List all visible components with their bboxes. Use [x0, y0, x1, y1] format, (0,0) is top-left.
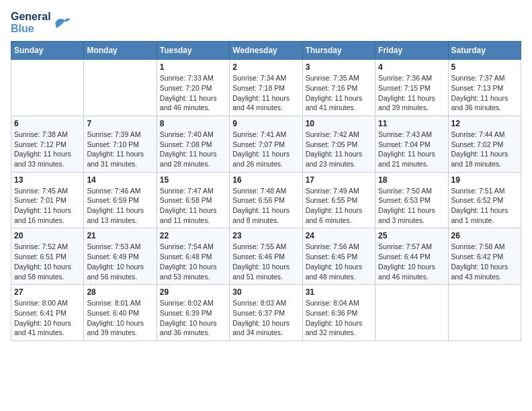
calendar-cell: 24Sunrise: 7:56 AM Sunset: 6:45 PM Dayli… [302, 228, 375, 285]
calendar-cell [375, 285, 448, 341]
day-info: Sunrise: 7:46 AM Sunset: 6:59 PM Dayligh… [87, 186, 153, 226]
calendar-week-row: 13Sunrise: 7:45 AM Sunset: 7:01 PM Dayli… [11, 172, 521, 228]
calendar-cell: 1Sunrise: 7:33 AM Sunset: 7:20 PM Daylig… [157, 60, 229, 116]
header-monday: Monday [84, 42, 157, 60]
page-header: General Blue [11, 11, 521, 34]
calendar-cell: 12Sunrise: 7:44 AM Sunset: 7:02 PM Dayli… [448, 116, 521, 172]
calendar-cell: 29Sunrise: 8:02 AM Sunset: 6:39 PM Dayli… [157, 285, 229, 341]
day-number: 8 [160, 119, 226, 128]
calendar-cell: 13Sunrise: 7:45 AM Sunset: 7:01 PM Dayli… [11, 172, 84, 228]
day-info: Sunrise: 7:40 AM Sunset: 7:08 PM Dayligh… [160, 130, 226, 169]
calendar-cell: 21Sunrise: 7:53 AM Sunset: 6:49 PM Dayli… [84, 228, 157, 285]
day-info: Sunrise: 8:02 AM Sunset: 6:39 PM Dayligh… [160, 298, 226, 338]
logo-blue-text: Blue [11, 23, 51, 35]
calendar-cell: 25Sunrise: 7:57 AM Sunset: 6:44 PM Dayli… [375, 228, 448, 285]
calendar-cell: 3Sunrise: 7:35 AM Sunset: 7:16 PM Daylig… [302, 60, 375, 116]
day-number: 6 [14, 119, 81, 128]
day-info: Sunrise: 7:36 AM Sunset: 7:15 PM Dayligh… [378, 73, 445, 113]
calendar-week-row: 1Sunrise: 7:33 AM Sunset: 7:20 PM Daylig… [11, 60, 521, 116]
calendar-cell: 23Sunrise: 7:55 AM Sunset: 6:46 PM Dayli… [230, 228, 302, 285]
day-number: 23 [232, 231, 299, 240]
day-number: 11 [378, 119, 445, 128]
calendar-cell: 22Sunrise: 7:54 AM Sunset: 6:48 PM Dayli… [157, 228, 229, 285]
day-info: Sunrise: 7:58 AM Sunset: 6:42 PM Dayligh… [451, 242, 518, 281]
day-number: 31 [306, 287, 372, 297]
calendar-cell: 30Sunrise: 8:03 AM Sunset: 6:37 PM Dayli… [230, 285, 302, 341]
day-number: 19 [451, 175, 518, 185]
day-number: 4 [378, 62, 445, 72]
day-number: 20 [14, 231, 81, 240]
calendar-cell [84, 60, 157, 116]
day-number: 7 [87, 119, 153, 128]
calendar-cell: 4Sunrise: 7:36 AM Sunset: 7:15 PM Daylig… [375, 60, 448, 116]
day-number: 2 [232, 62, 299, 72]
calendar-cell: 6Sunrise: 7:38 AM Sunset: 7:12 PM Daylig… [11, 116, 84, 172]
day-number: 13 [14, 175, 81, 185]
day-number: 18 [378, 175, 445, 185]
header-wednesday: Wednesday [230, 42, 302, 60]
calendar-cell: 20Sunrise: 7:52 AM Sunset: 6:51 PM Dayli… [11, 228, 84, 285]
day-number: 30 [232, 287, 299, 297]
day-number: 14 [87, 175, 153, 185]
day-number: 28 [87, 287, 153, 297]
day-number: 26 [451, 231, 518, 240]
calendar-cell: 7Sunrise: 7:39 AM Sunset: 7:10 PM Daylig… [84, 116, 157, 172]
header-friday: Friday [375, 42, 448, 60]
calendar-week-row: 20Sunrise: 7:52 AM Sunset: 6:51 PM Dayli… [11, 228, 521, 285]
calendar-cell: 17Sunrise: 7:49 AM Sunset: 6:55 PM Dayli… [302, 172, 375, 228]
calendar-cell: 2Sunrise: 7:34 AM Sunset: 7:18 PM Daylig… [230, 60, 302, 116]
day-number: 12 [451, 119, 518, 128]
calendar-table: SundayMondayTuesdayWednesdayThursdayFrid… [11, 41, 521, 341]
day-info: Sunrise: 8:03 AM Sunset: 6:37 PM Dayligh… [232, 298, 299, 338]
day-info: Sunrise: 7:43 AM Sunset: 7:04 PM Dayligh… [378, 130, 445, 169]
day-info: Sunrise: 7:39 AM Sunset: 7:10 PM Dayligh… [87, 130, 153, 169]
calendar-cell: 10Sunrise: 7:42 AM Sunset: 7:05 PM Dayli… [302, 116, 375, 172]
calendar-cell: 27Sunrise: 8:00 AM Sunset: 6:41 PM Dayli… [11, 285, 84, 341]
day-info: Sunrise: 7:55 AM Sunset: 6:46 PM Dayligh… [232, 242, 299, 281]
calendar-cell: 15Sunrise: 7:47 AM Sunset: 6:58 PM Dayli… [157, 172, 229, 228]
day-info: Sunrise: 7:50 AM Sunset: 6:53 PM Dayligh… [378, 186, 445, 226]
day-info: Sunrise: 7:35 AM Sunset: 7:16 PM Dayligh… [306, 73, 372, 113]
day-info: Sunrise: 7:53 AM Sunset: 6:49 PM Dayligh… [87, 242, 153, 281]
calendar-cell: 11Sunrise: 7:43 AM Sunset: 7:04 PM Dayli… [375, 116, 448, 172]
day-number: 25 [378, 231, 445, 240]
day-info: Sunrise: 8:04 AM Sunset: 6:36 PM Dayligh… [306, 298, 372, 338]
header-sunday: Sunday [11, 42, 84, 60]
day-number: 27 [14, 287, 81, 297]
day-info: Sunrise: 7:51 AM Sunset: 6:52 PM Dayligh… [451, 186, 518, 226]
day-number: 24 [306, 231, 372, 240]
day-number: 9 [232, 119, 299, 128]
calendar-cell: 16Sunrise: 7:48 AM Sunset: 6:56 PM Dayli… [230, 172, 302, 228]
day-info: Sunrise: 7:57 AM Sunset: 6:44 PM Dayligh… [378, 242, 445, 281]
day-info: Sunrise: 7:52 AM Sunset: 6:51 PM Dayligh… [14, 242, 81, 281]
calendar-cell [11, 60, 84, 116]
day-info: Sunrise: 7:45 AM Sunset: 7:01 PM Dayligh… [14, 186, 81, 226]
calendar-cell: 19Sunrise: 7:51 AM Sunset: 6:52 PM Dayli… [448, 172, 521, 228]
day-number: 5 [451, 62, 518, 72]
day-info: Sunrise: 7:48 AM Sunset: 6:56 PM Dayligh… [232, 186, 299, 226]
day-number: 22 [160, 231, 226, 240]
logo-swoosh-icon [52, 13, 71, 32]
day-number: 16 [232, 175, 299, 185]
calendar-week-row: 6Sunrise: 7:38 AM Sunset: 7:12 PM Daylig… [11, 116, 521, 172]
calendar-header-row: SundayMondayTuesdayWednesdayThursdayFrid… [11, 42, 521, 60]
header-thursday: Thursday [302, 42, 375, 60]
day-number: 10 [306, 119, 372, 128]
calendar-cell: 14Sunrise: 7:46 AM Sunset: 6:59 PM Dayli… [84, 172, 157, 228]
day-info: Sunrise: 7:41 AM Sunset: 7:07 PM Dayligh… [232, 130, 299, 169]
calendar-cell: 9Sunrise: 7:41 AM Sunset: 7:07 PM Daylig… [230, 116, 302, 172]
day-info: Sunrise: 7:37 AM Sunset: 7:13 PM Dayligh… [451, 73, 518, 113]
day-info: Sunrise: 7:34 AM Sunset: 7:18 PM Dayligh… [232, 73, 299, 113]
day-info: Sunrise: 8:00 AM Sunset: 6:41 PM Dayligh… [14, 298, 81, 338]
logo: General Blue [11, 11, 71, 34]
calendar-cell: 26Sunrise: 7:58 AM Sunset: 6:42 PM Dayli… [448, 228, 521, 285]
calendar-cell: 28Sunrise: 8:01 AM Sunset: 6:40 PM Dayli… [84, 285, 157, 341]
day-number: 21 [87, 231, 153, 240]
calendar-cell: 31Sunrise: 8:04 AM Sunset: 6:36 PM Dayli… [302, 285, 375, 341]
day-info: Sunrise: 7:33 AM Sunset: 7:20 PM Dayligh… [160, 73, 226, 113]
calendar-cell [448, 285, 521, 341]
day-number: 15 [160, 175, 226, 185]
header-tuesday: Tuesday [157, 42, 229, 60]
calendar-cell: 8Sunrise: 7:40 AM Sunset: 7:08 PM Daylig… [157, 116, 229, 172]
day-number: 17 [306, 175, 372, 185]
